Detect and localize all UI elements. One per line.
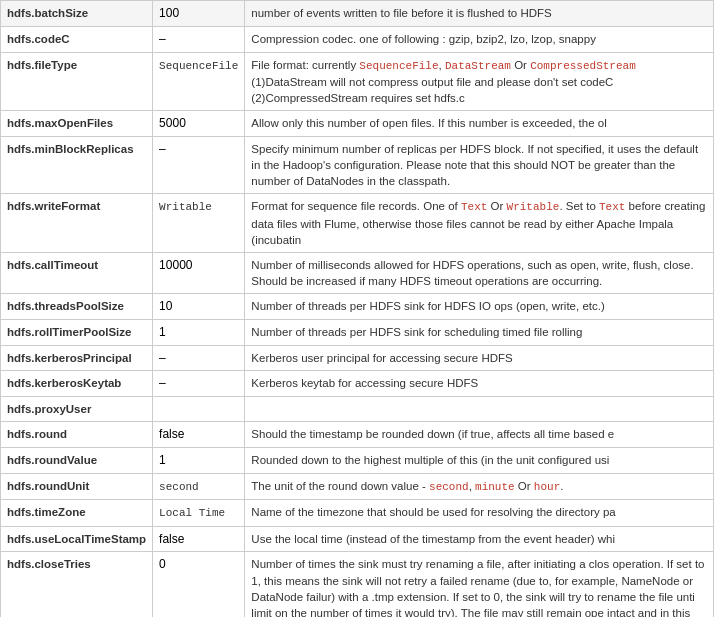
description: Number of milliseconds allowed for HDFS … — [245, 252, 714, 293]
description: Rounded down to the highest multiple of … — [245, 448, 714, 474]
default-value: 5000 — [153, 111, 245, 137]
default-value: false — [153, 422, 245, 448]
property-name: hdfs.callTimeout — [1, 252, 153, 293]
property-name: hdfs.roundUnit — [1, 473, 153, 499]
table-row: hdfs.rollTimerPoolSize1Number of threads… — [1, 319, 714, 345]
property-name: hdfs.fileType — [1, 52, 153, 111]
default-value: – — [153, 371, 245, 397]
table-row: hdfs.useLocalTimeStampfalseUse the local… — [1, 526, 714, 552]
default-value: 1 — [153, 319, 245, 345]
default-value: 1 — [153, 448, 245, 474]
table-row: hdfs.kerberosPrincipal–Kerberos user pri… — [1, 345, 714, 371]
property-name: hdfs.maxOpenFiles — [1, 111, 153, 137]
property-name: hdfs.proxyUser — [1, 397, 153, 422]
description: The unit of the round down value - secon… — [245, 473, 714, 499]
property-name: hdfs.closeTries — [1, 552, 153, 617]
default-value: 100 — [153, 1, 245, 27]
description: Number of threads per HDFS sink for HDFS… — [245, 294, 714, 320]
description: number of events written to file before … — [245, 1, 714, 27]
table-row: hdfs.maxOpenFiles5000Allow only this num… — [1, 111, 714, 137]
description: Should the timestamp be rounded down (if… — [245, 422, 714, 448]
property-name: hdfs.round — [1, 422, 153, 448]
default-value: Local Time — [153, 500, 245, 526]
table-row: hdfs.proxyUser — [1, 397, 714, 422]
table-row: hdfs.roundfalseShould the timestamp be r… — [1, 422, 714, 448]
table-row: hdfs.callTimeout10000Number of milliseco… — [1, 252, 714, 293]
property-name: hdfs.codeC — [1, 26, 153, 52]
description: Allow only this number of open files. If… — [245, 111, 714, 137]
description: File format: currently SequenceFile, Dat… — [245, 52, 714, 111]
property-name: hdfs.rollTimerPoolSize — [1, 319, 153, 345]
table-row: hdfs.minBlockReplicas–Specify minimum nu… — [1, 136, 714, 193]
property-name: hdfs.timeZone — [1, 500, 153, 526]
property-name: hdfs.kerberosPrincipal — [1, 345, 153, 371]
default-value: – — [153, 136, 245, 193]
table-row: hdfs.fileTypeSequenceFileFile format: cu… — [1, 52, 714, 111]
configuration-table: hdfs.batchSize100number of events writte… — [0, 0, 714, 617]
table-row: hdfs.kerberosKeytab–Kerberos keytab for … — [1, 371, 714, 397]
table-row: hdfs.writeFormatWritableFormat for seque… — [1, 194, 714, 253]
property-name: hdfs.writeFormat — [1, 194, 153, 253]
description: Number of times the sink must try renami… — [245, 552, 714, 617]
description: Format for sequence file records. One of… — [245, 194, 714, 253]
table-row: hdfs.threadsPoolSize10Number of threads … — [1, 294, 714, 320]
table-row: hdfs.timeZoneLocal TimeName of the timez… — [1, 500, 714, 526]
default-value: false — [153, 526, 245, 552]
description: Specify minimum number of replicas per H… — [245, 136, 714, 193]
table-row: hdfs.codeC–Compression codec. one of fol… — [1, 26, 714, 52]
default-value: SequenceFile — [153, 52, 245, 111]
description: Use the local time (instead of the times… — [245, 526, 714, 552]
default-value: 10 — [153, 294, 245, 320]
default-value: – — [153, 345, 245, 371]
description: Kerberos keytab for accessing secure HDF… — [245, 371, 714, 397]
default-value — [153, 397, 245, 422]
property-name: hdfs.kerberosKeytab — [1, 371, 153, 397]
default-value: 10000 — [153, 252, 245, 293]
table-row: hdfs.roundValue1Rounded down to the high… — [1, 448, 714, 474]
default-value: 0 — [153, 552, 245, 617]
property-name: hdfs.roundValue — [1, 448, 153, 474]
description: Number of threads per HDFS sink for sche… — [245, 319, 714, 345]
property-name: hdfs.useLocalTimeStamp — [1, 526, 153, 552]
property-name: hdfs.minBlockReplicas — [1, 136, 153, 193]
description — [245, 397, 714, 422]
default-value: second — [153, 473, 245, 499]
property-name: hdfs.batchSize — [1, 1, 153, 27]
table-row: hdfs.closeTries0Number of times the sink… — [1, 552, 714, 617]
default-value: – — [153, 26, 245, 52]
description: Kerberos user principal for accessing se… — [245, 345, 714, 371]
default-value: Writable — [153, 194, 245, 253]
description: Compression codec. one of following : gz… — [245, 26, 714, 52]
table-row: hdfs.batchSize100number of events writte… — [1, 1, 714, 27]
table-row: hdfs.roundUnitsecondThe unit of the roun… — [1, 473, 714, 499]
description: Name of the timezone that should be used… — [245, 500, 714, 526]
property-name: hdfs.threadsPoolSize — [1, 294, 153, 320]
